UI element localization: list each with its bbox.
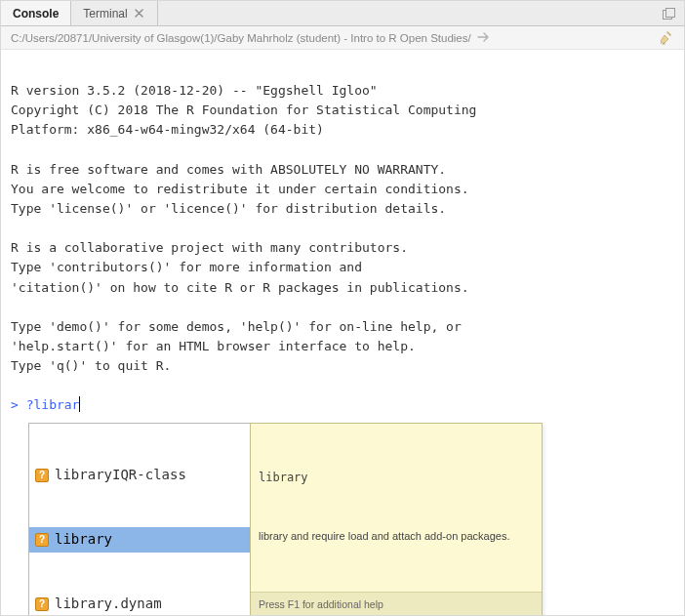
autocomplete-item-label: libraryIQR-class: [55, 465, 186, 486]
help-topic-icon: ?: [35, 533, 49, 547]
tooltip-title: library: [251, 463, 542, 489]
popout-icon[interactable]: [663, 8, 676, 20]
tooltip-footer: Press F1 for additional help: [251, 592, 542, 615]
autocomplete-item[interactable]: ? libraryIQR-class: [29, 463, 250, 488]
text-cursor: [79, 396, 80, 412]
autocomplete-item[interactable]: ? library.dynam: [29, 592, 250, 615]
tab-terminal-label: Terminal: [83, 7, 127, 21]
tab-console-label: Console: [13, 7, 59, 21]
tooltip-description: library and require load and attach add-…: [251, 528, 542, 553]
autocomplete-item-label: library: [55, 529, 112, 551]
tab-console[interactable]: Console: [1, 1, 71, 25]
path-go-icon[interactable]: [477, 32, 491, 44]
autocomplete-popup: ? libraryIQR-class ? library ? library.d…: [28, 423, 543, 615]
console-input[interactable]: ?librar: [26, 397, 80, 412]
r-startup-banner: R version 3.5.2 (2018-12-20) -- "Eggshel…: [11, 83, 476, 373]
console-output[interactable]: R version 3.5.2 (2018-12-20) -- "Eggshel…: [1, 50, 684, 615]
prompt-line: > ?librar: [11, 397, 80, 412]
help-topic-icon: ?: [35, 469, 49, 482]
autocomplete-list[interactable]: ? libraryIQR-class ? library ? library.d…: [28, 423, 251, 615]
prompt-symbol: >: [11, 397, 19, 412]
path-bar: C:/Users/20871/University of Glasgow(1)/…: [1, 26, 684, 50]
tab-bar: Console Terminal: [1, 1, 684, 26]
clear-console-icon[interactable]: [659, 30, 674, 46]
autocomplete-tooltip: library library and require load and att…: [250, 423, 543, 615]
help-topic-icon: ?: [35, 597, 49, 611]
working-directory: C:/Users/20871/University of Glasgow(1)/…: [11, 32, 471, 44]
autocomplete-item-label: library.dynam: [55, 594, 162, 615]
autocomplete-item[interactable]: ? library: [29, 527, 250, 553]
tab-terminal[interactable]: Terminal: [71, 1, 157, 25]
close-icon[interactable]: [134, 8, 145, 20]
svg-rect-1: [666, 8, 675, 17]
